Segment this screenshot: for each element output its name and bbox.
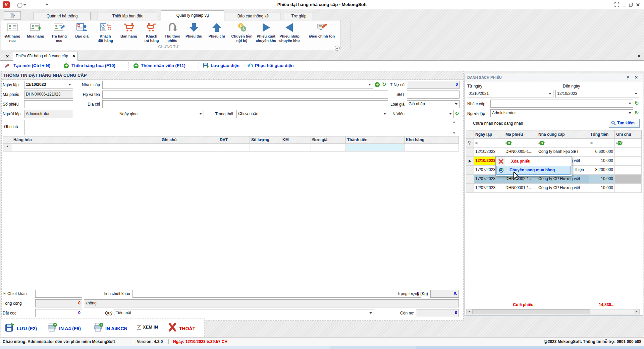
- chevron-down-icon[interactable]: [629, 103, 631, 104]
- tab-thiet-lap-ban-dau[interactable]: Thiết lập ban đầu: [98, 12, 158, 20]
- tu-ngay-combo[interactable]: 01/10/2021: [467, 90, 553, 98]
- exit-button[interactable]: THOÁT: [179, 324, 195, 333]
- list-row-cell[interactable]: DHN00001-1...: [504, 184, 537, 193]
- new-row-cell[interactable]: [218, 144, 250, 152]
- chevron-down-icon[interactable]: [369, 312, 372, 314]
- items-grid-col-dvt[interactable]: ĐVT: [218, 136, 250, 144]
- tien-chiet-khau-input[interactable]: 0: [132, 290, 421, 298]
- filter-cell-tong-tien[interactable]: =: [589, 139, 615, 148]
- ribbon-button-dat-hang-ncc[interactable]: Đặt hàng ncc: [2, 22, 23, 43]
- quy-combo[interactable]: Tiền mặt: [114, 309, 374, 317]
- ribbon-button-ban-hang[interactable]: Bán hàng: [118, 22, 140, 39]
- filter-cell-nha-cung-cap[interactable]: aBc: [537, 139, 589, 148]
- panel-nha-ccap-combo[interactable]: [490, 100, 633, 108]
- list-row-cell[interactable]: Công ty bánh kẹo SBT: [537, 148, 589, 157]
- ribbon-button-khach-dat-hang[interactable]: Khách đặt hàng: [95, 22, 116, 43]
- print-a4kcn-button[interactable]: IN A4KCN: [105, 324, 127, 333]
- chua-nhan-checkbox[interactable]: [467, 121, 471, 125]
- row-focus-indicator[interactable]: [466, 157, 474, 166]
- list-row-cell[interactable]: 10,000: [589, 157, 615, 166]
- list-row-cell[interactable]: [615, 184, 642, 193]
- scroll-up-icon[interactable]: [453, 121, 455, 123]
- add-supplier-icon[interactable]: +: [375, 82, 380, 87]
- ho-va-ten-input[interactable]: [102, 91, 388, 99]
- context-menu-item-convert[interactable]: Chuyển sang mua hàng: [496, 166, 571, 175]
- loai-gia-combo[interactable]: Giá nhập: [407, 100, 460, 108]
- tabstrip-close-button[interactable]: ✕: [3, 53, 12, 61]
- list-grid-col-tong-tien[interactable]: Tổng tiền: [589, 130, 615, 139]
- tab-tro-giup[interactable]: Trợ giúp: [285, 12, 313, 20]
- create-new-button[interactable]: Tạo mới (Ctrl + N): [13, 61, 50, 70]
- search-button[interactable]: Tìm kiếm: [609, 119, 640, 128]
- scroll-down-icon[interactable]: [453, 132, 455, 134]
- sdt-input[interactable]: [407, 91, 460, 99]
- ngay-lap-combo[interactable]: 12/10/2023: [24, 81, 73, 89]
- add-item-button[interactable]: Thêm hàng hóa (F10): [71, 61, 115, 70]
- panel-close-icon[interactable]: ✕: [635, 75, 638, 80]
- new-row-cell[interactable]: [160, 144, 218, 152]
- ribbon-button-chuyen-tien-noi-bo[interactable]: €$ Chuyển tiền nội bộ: [229, 22, 254, 43]
- context-menu-item-delete[interactable]: Xóa phiếu: [496, 158, 571, 166]
- ribbon-collapse-icon[interactable]: [335, 46, 340, 51]
- ribbon-button-bao-gia[interactable]: Báo giá: [71, 22, 93, 39]
- list-grid-col-ghi-chu[interactable]: Ghi chú: [615, 130, 642, 139]
- new-row-cell[interactable]: [405, 144, 459, 152]
- list-row-cell-selected[interactable]: [615, 175, 642, 184]
- xem-in-checkbox[interactable]: ✓: [137, 325, 141, 330]
- tabstrip-right-close-icon[interactable]: ✕: [636, 53, 642, 59]
- list-row-cell[interactable]: Công ty CP Hương việt: [537, 184, 589, 193]
- items-grid-col-hang-hoa[interactable]: Hàng hóa: [12, 136, 160, 144]
- list-row-cell[interactable]: [615, 166, 642, 175]
- new-row-cell[interactable]: [311, 144, 346, 152]
- chevron-down-icon[interactable]: [455, 103, 458, 105]
- chevron-down-icon[interactable]: [449, 113, 452, 115]
- save-button[interactable]: LƯU (F2): [17, 324, 37, 333]
- ribbon-button-khach-tra-hang[interactable]: Khách trả hàng: [141, 22, 162, 43]
- so-phieu-input[interactable]: [24, 100, 73, 108]
- hscrollbar-right-icon[interactable]: ►: [634, 309, 639, 314]
- chevron-down-icon[interactable]: [549, 93, 551, 95]
- restore-layout-button[interactable]: Phục hồi giao diện: [255, 61, 294, 70]
- filter-cell-ghi-chu[interactable]: aBc: [615, 139, 642, 148]
- chevron-down-icon[interactable]: [68, 84, 71, 85]
- ribbon-button-thu-theo-phieu[interactable]: Thu theo phiếu: [162, 22, 183, 43]
- ribbon-button-tra-hang-ncc[interactable]: Trả hàng ncc: [48, 22, 70, 43]
- fit-screen-icon[interactable]: [614, 2, 619, 8]
- dia-chi-input[interactable]: [102, 100, 388, 108]
- chevron-down-icon[interactable]: [368, 84, 371, 85]
- list-row-cell[interactable]: 8,200,000: [589, 166, 615, 175]
- hscrollbar-thumb[interactable]: [472, 309, 590, 314]
- refresh-icon[interactable]: ↻: [635, 101, 639, 106]
- row-indicator[interactable]: [466, 184, 474, 193]
- list-row-cell-selected[interactable]: 10,000: [589, 175, 615, 184]
- save-layout-button[interactable]: Lưu giao diện: [211, 61, 239, 70]
- items-grid-col-don-gia[interactable]: Đơn giá: [311, 136, 346, 144]
- chevron-down-icon[interactable]: [199, 113, 202, 115]
- list-row-cell[interactable]: [615, 148, 642, 157]
- ghi-chu-textarea[interactable]: [24, 120, 451, 135]
- list-row-cell[interactable]: 12/07/2023: [474, 184, 504, 193]
- refresh-icon[interactable]: ↻: [635, 111, 639, 116]
- tab-bao-cao-thong-ke[interactable]: Báo cáo thống kê: [226, 12, 280, 20]
- list-row-cell[interactable]: DHN00005-1...: [504, 148, 537, 157]
- print-a4-button[interactable]: IN A4 (F6): [59, 324, 81, 333]
- new-row-cell[interactable]: [281, 144, 311, 152]
- items-grid-col-so-luong[interactable]: Số lượng: [250, 136, 281, 144]
- den-ngay-combo[interactable]: 12/10/2023: [555, 90, 639, 98]
- list-row-cell[interactable]: 12/10/2023: [474, 148, 504, 157]
- list-row-cell[interactable]: 10,000: [589, 184, 615, 193]
- doc-tab-active[interactable]: Phiếu đặt hàng nhà cung cấp ✕: [13, 52, 78, 61]
- ribbon-button-phieu-thu[interactable]: Phiếu thu: [183, 22, 205, 39]
- items-grid-col-thanh-tien[interactable]: Thành tiền: [346, 136, 405, 144]
- items-grid-col-ghi-chu[interactable]: Ghi chú: [160, 136, 218, 144]
- row-indicator[interactable]: [466, 166, 474, 175]
- tab-quan-ly-nghiep-vu[interactable]: Quản lý nghiệp vụ: [161, 10, 224, 20]
- ribbon-button-phieu-chi[interactable]: Phiếu chi: [206, 22, 227, 39]
- dat-coc-input[interactable]: 0: [35, 309, 82, 317]
- minimize-icon[interactable]: [622, 2, 627, 8]
- pct-chiet-khau-input[interactable]: [35, 290, 82, 298]
- row-indicator[interactable]: [466, 175, 474, 184]
- ribbon-button-mua-hang[interactable]: Mua hàng: [25, 22, 46, 39]
- tab-quan-tri-he-thong[interactable]: Quản trị hệ thống: [34, 12, 91, 20]
- ribbon-button-phieu-xuat-chuyen-kho[interactable]: Phiếu xuất chuyển kho: [254, 22, 278, 43]
